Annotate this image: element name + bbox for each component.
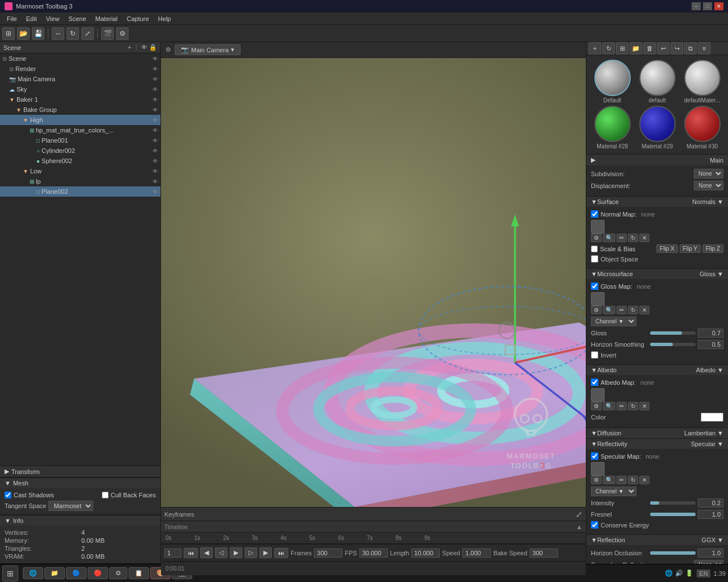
scale-bias-check[interactable]: Scale & Bias <box>591 246 635 252</box>
playback-play[interactable]: ▶ <box>230 547 242 558</box>
reflection-section-header[interactable]: ▼ Reflection GGX ▼ <box>586 535 728 545</box>
tree-item-low[interactable]: ▼ Low 👁 <box>0 166 160 176</box>
gloss-search-btn[interactable]: 🔍 <box>603 306 615 314</box>
albedo-section-header[interactable]: ▼ Albedo Albedo ▼ <box>586 365 728 375</box>
normal-search-btn[interactable]: 🔍 <box>603 234 615 242</box>
rt-grid[interactable]: ⊞ <box>616 42 628 55</box>
tree-item-lp[interactable]: ⊞ lp 👁 <box>0 176 160 186</box>
frames-input[interactable] <box>314 548 342 558</box>
normal-edit-btn[interactable]: ✏ <box>617 234 627 242</box>
normal-settings-btn[interactable]: ⚙ <box>591 234 602 242</box>
playback-prev[interactable]: ◀ <box>200 547 213 558</box>
scale-button[interactable]: ⤢ <box>81 27 94 40</box>
viewport[interactable]: MARMOSET TOOLBAG 3 <box>161 58 586 507</box>
rotate-button[interactable]: ↻ <box>67 27 79 40</box>
sky-eye[interactable]: 👁 <box>152 86 158 93</box>
spec-settings-btn[interactable]: ⚙ <box>591 476 602 484</box>
tree-item-scene[interactable]: ⊙ Scene 👁 <box>0 53 160 64</box>
mat-ball-default3[interactable]: defaultMater... <box>681 60 723 103</box>
gloss-slider[interactable] <box>650 331 696 335</box>
maximize-button[interactable]: □ <box>703 2 712 10</box>
open-button[interactable]: 📂 <box>17 27 30 40</box>
object-space-check[interactable] <box>591 255 598 263</box>
tree-item-sphere002[interactable]: ● Sphere002 👁 <box>0 156 160 166</box>
albedo-reload-btn[interactable]: ↻ <box>628 402 638 410</box>
main-section-header[interactable]: ▶ Main <box>586 155 728 165</box>
menu-scene[interactable]: Scene <box>64 14 90 23</box>
rt-copy[interactable]: ⧉ <box>684 42 697 55</box>
render-eye[interactable]: 👁 <box>152 66 158 72</box>
transform-header[interactable]: ▶ Transform <box>0 466 160 477</box>
horizon-smoothing-input[interactable] <box>698 340 723 349</box>
camera-selector[interactable]: 📷 Main Camera ▾ <box>175 44 241 55</box>
camera-eye[interactable]: 👁 <box>152 76 158 82</box>
playback-nextframe[interactable]: ▷ <box>245 547 257 558</box>
surface-section-header[interactable]: ▼ Surface Normals ▼ <box>586 197 728 207</box>
translate-button[interactable]: ↔ <box>52 27 64 40</box>
normal-reload-btn[interactable]: ↻ <box>628 234 638 242</box>
invert-check[interactable] <box>591 351 598 359</box>
menu-capture[interactable]: Capture <box>122 14 154 23</box>
rt-refresh[interactable]: ↻ <box>602 42 615 55</box>
lp-eye[interactable]: 👁 <box>152 178 158 185</box>
conserve-energy-check[interactable] <box>591 521 598 529</box>
menu-edit[interactable]: Edit <box>22 14 42 23</box>
timeline-expand[interactable]: ⤢ <box>576 510 582 519</box>
scene-tree-menu[interactable]: ⋮ <box>133 44 139 51</box>
reflectivity-section-header[interactable]: ▼ Reflectivity Specular ▼ <box>586 439 728 449</box>
tree-item-render[interactable]: ⊙ Render 👁 <box>0 64 160 74</box>
tree-item-baker[interactable]: ▼ Baker 1 👁 <box>0 94 160 105</box>
specular-map-check[interactable] <box>591 452 598 460</box>
diffusion-section-header[interactable]: ▼ Diffusion Lambertian ▼ <box>586 428 728 438</box>
viewport-settings-icon[interactable]: ⚙ <box>166 46 171 53</box>
rt-trash[interactable]: 🗑 <box>643 42 656 55</box>
info-header[interactable]: ▼ Info <box>0 516 160 526</box>
tree-item-camera[interactable]: 📷 Main Camera 👁 <box>0 74 160 84</box>
fps-input[interactable] <box>359 548 388 558</box>
fresnel-slider[interactable] <box>650 513 696 516</box>
baker-eye[interactable]: 👁 <box>152 97 158 103</box>
tree-item-high[interactable]: ▼ High 👁 <box>0 115 160 125</box>
scene-tree-add[interactable]: + <box>128 44 131 51</box>
menu-material[interactable]: Material <box>91 14 122 23</box>
playback-prevframe[interactable]: ◁ <box>215 547 228 558</box>
speed-input[interactable] <box>462 548 491 558</box>
spec-edit-btn[interactable]: ✏ <box>617 476 627 484</box>
playback-next[interactable]: ▶ <box>259 547 272 558</box>
tree-item-hpmat[interactable]: ⊞ hp_mat_mat_true_colors_stand... 👁 <box>0 125 160 135</box>
length-input[interactable] <box>411 548 440 558</box>
gloss-reload-btn[interactable]: ↻ <box>628 306 638 314</box>
taskbar-app-chrome[interactable]: 🔵 <box>66 567 86 579</box>
gloss-map-check[interactable] <box>591 282 598 290</box>
playback-start[interactable]: ⏮ <box>184 548 198 558</box>
minimize-button[interactable]: ─ <box>692 2 701 10</box>
gloss-clear-btn[interactable]: ✕ <box>639 306 650 314</box>
secondary-reflection-dropdown[interactable]: None <box>694 560 723 564</box>
subdivision-dropdown[interactable]: None12 <box>694 169 723 178</box>
rt-redo[interactable]: ↪ <box>671 42 683 55</box>
bakegroup-eye[interactable]: 👁 <box>152 107 158 113</box>
sphere002-eye[interactable]: 👁 <box>152 158 158 164</box>
playback-end[interactable]: ⏭ <box>274 548 288 558</box>
cyl002-eye[interactable]: 👁 <box>152 148 158 154</box>
tree-item-sky[interactable]: ☁ Sky 👁 <box>0 84 160 94</box>
timeline-track[interactable]: 0:00.01 <box>161 561 586 575</box>
scene-lock-toggle[interactable]: 🔒 <box>149 44 157 51</box>
mat-ball-29[interactable]: Material #29 <box>636 106 679 149</box>
scene-eye[interactable]: 👁 <box>152 56 158 62</box>
mat-ball-default[interactable]: Default <box>591 60 634 103</box>
settings-button[interactable]: ⚙ <box>116 27 129 40</box>
tree-item-plane001[interactable]: □ Plane001 👁 <box>0 135 160 146</box>
tree-item-plane002[interactable]: □ Plane002 👁 <box>0 186 160 197</box>
microsurface-section-header[interactable]: ▼ Microsurface Gloss ▼ <box>586 269 728 279</box>
taskbar-app-explorer[interactable]: 📁 <box>44 567 65 579</box>
albedo-edit-btn[interactable]: ✏ <box>617 402 627 410</box>
rt-undo[interactable]: ↩ <box>657 42 669 55</box>
mesh-header[interactable]: ▼ Mesh <box>0 478 160 488</box>
displacement-dropdown[interactable]: None <box>694 181 723 190</box>
spec-reload-btn[interactable]: ↻ <box>628 476 638 484</box>
albedo-search-btn[interactable]: 🔍 <box>603 402 615 410</box>
fresnel-input[interactable] <box>698 510 723 519</box>
menu-file[interactable]: File <box>2 14 22 23</box>
bake-speed-input[interactable] <box>530 548 558 558</box>
